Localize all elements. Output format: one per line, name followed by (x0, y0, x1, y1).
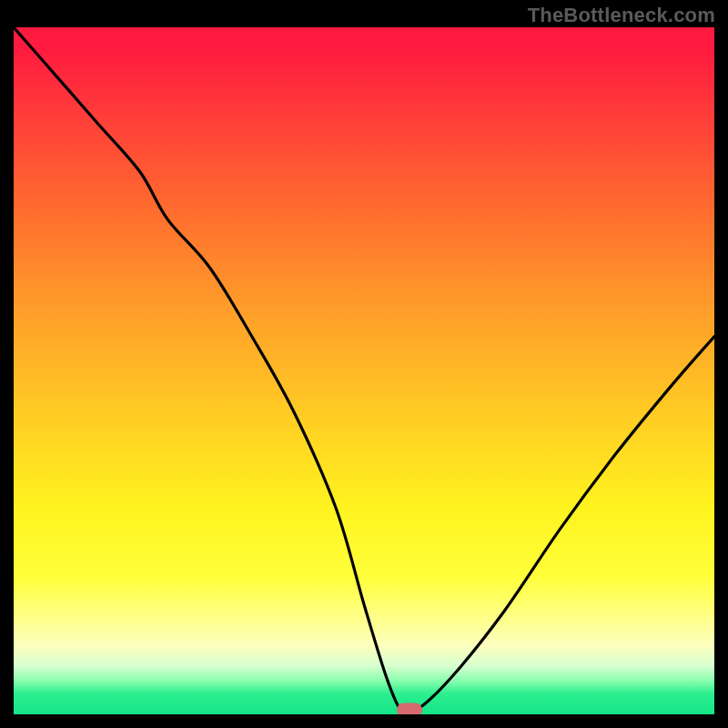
chart-frame: TheBottleneck.com (0, 0, 728, 728)
watermark-text: TheBottleneck.com (528, 4, 715, 27)
curve-path (14, 27, 714, 710)
plot-area (14, 27, 714, 714)
bottleneck-curve (14, 27, 714, 714)
optimal-point-marker (397, 703, 422, 714)
